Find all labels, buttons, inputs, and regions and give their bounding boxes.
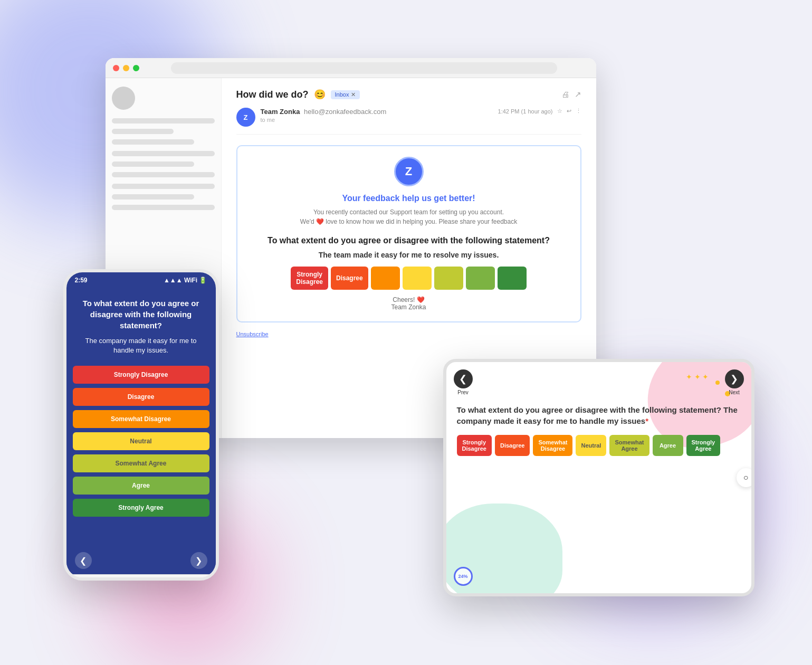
phone-prev-button[interactable]: ❮ bbox=[75, 552, 92, 569]
tablet-scale-somewhat-agree[interactable]: SomewhatAgree bbox=[609, 435, 649, 456]
phone-content: To what extent do you agree or disagree … bbox=[66, 287, 216, 574]
sidebar-line-2 bbox=[112, 129, 174, 134]
email-badge: Inbox ✕ bbox=[331, 90, 360, 99]
phone-browser-aa: AA bbox=[72, 580, 79, 581]
survey-question: To what extent do you agree or disagree … bbox=[248, 235, 570, 246]
tablet-scale-row: StronglyDisagree Disagree SomewhatDisagr… bbox=[457, 435, 741, 456]
sidebar-line-8 bbox=[112, 194, 194, 200]
tablet-side-button[interactable]: ○ bbox=[737, 468, 754, 487]
more-icon[interactable]: ⋮ bbox=[576, 108, 581, 115]
tablet-prev-button[interactable]: ❮ bbox=[454, 369, 473, 388]
sidebar-line-5 bbox=[112, 162, 194, 167]
scene: How did we do? 😊 Inbox ✕ 🖨 ↗ Z bbox=[63, 42, 749, 623]
star-icon[interactable]: ☆ bbox=[557, 108, 562, 115]
window-dot-yellow[interactable] bbox=[123, 65, 129, 71]
badge-close-icon[interactable]: ✕ bbox=[351, 91, 356, 98]
email-subject: How did we do? bbox=[236, 89, 309, 100]
window-titlebar bbox=[106, 58, 596, 78]
external-link-icon[interactable]: ↗ bbox=[575, 90, 581, 99]
sender-info: Team Zonka hello@zonkafeedback.com to me bbox=[261, 108, 493, 123]
sidebar-line-1 bbox=[112, 118, 215, 124]
phone-option-agree[interactable]: Agree bbox=[73, 477, 209, 495]
email-meta: 1:42 PM (1 hour ago) ☆ ↩ ⋮ bbox=[498, 108, 581, 115]
phone-option-strongly-disagree[interactable]: Strongly Disagree bbox=[73, 366, 209, 384]
phone-question: To what extent do you agree or disagree … bbox=[66, 287, 216, 336]
tablet-progress-area: 24% bbox=[454, 567, 473, 586]
star-decoration: ✦ ✦ ✦ bbox=[686, 373, 709, 381]
tablet-prev-area: ❮ Prev bbox=[454, 369, 473, 395]
scale-btn-disagree[interactable]: Disagree bbox=[331, 267, 368, 290]
zonka-logo: Z bbox=[394, 157, 424, 186]
lock-icon: 🔒 bbox=[82, 580, 89, 581]
tablet-scale-somewhat-disagree[interactable]: SomewhatDisagree bbox=[533, 435, 572, 456]
mobile-phone: 2:59 ▲▲▲ WiFi 🔋 To what extent do you ag… bbox=[63, 269, 219, 581]
sender-email: hello@zonkafeedback.com bbox=[304, 108, 386, 116]
window-dot-green[interactable] bbox=[133, 65, 139, 71]
phone-option-neutral[interactable]: Neutral bbox=[73, 432, 209, 450]
tablet-inner: ✦ ✦ ✦ ❮ Prev ❯ Next To what extent do yo… bbox=[446, 362, 751, 593]
phone-option-somewhat-agree[interactable]: Somewhat Agree bbox=[73, 454, 209, 472]
tablet: ✦ ✦ ✦ ❮ Prev ❯ Next To what extent do yo… bbox=[443, 359, 754, 596]
tablet-prev-label: Prev bbox=[454, 390, 473, 395]
tablet-scale-strongly-agree[interactable]: StronglyAgree bbox=[686, 435, 721, 456]
survey-card: Z Your feedback help us get better! You … bbox=[236, 145, 581, 322]
scale-btn-strongly-agree[interactable] bbox=[498, 267, 527, 290]
phone-next-button[interactable]: ❯ bbox=[190, 552, 207, 569]
phone-options: Strongly Disagree Disagree Somewhat Disa… bbox=[66, 366, 216, 547]
tablet-content: To what extent do you agree or disagree … bbox=[457, 404, 741, 456]
sidebar-avatar bbox=[112, 87, 135, 110]
reply-icon[interactable]: ↩ bbox=[567, 108, 571, 115]
sidebar-line-7 bbox=[112, 184, 215, 189]
phone-status-bar: 2:59 ▲▲▲ WiFi 🔋 bbox=[66, 272, 216, 287]
phone-option-strongly-agree[interactable]: Strongly Agree bbox=[73, 499, 209, 517]
sidebar-line-4 bbox=[112, 151, 215, 156]
tablet-scale-strongly-disagree[interactable]: StronglyDisagree bbox=[457, 435, 492, 456]
print-icon[interactable]: 🖨 bbox=[561, 90, 569, 99]
tablet-scale-neutral[interactable]: Neutral bbox=[576, 435, 606, 456]
scale-btn-strongly-disagree[interactable]: StronglyDisagree bbox=[291, 267, 328, 290]
email-header-row: Z Team Zonka hello@zonkafeedback.com to … bbox=[236, 108, 581, 135]
survey-sub-question: The team made it easy for me to resolve … bbox=[248, 251, 570, 259]
heart-icon: ❤️ bbox=[417, 296, 425, 303]
tablet-next-area: ❯ Next bbox=[725, 369, 744, 395]
scale-btn-neutral[interactable] bbox=[403, 267, 432, 290]
sidebar-line-9 bbox=[112, 205, 215, 210]
window-dot-red[interactable] bbox=[113, 65, 119, 71]
window-urlbar bbox=[171, 62, 557, 74]
scale-btn-somewhat-disagree[interactable] bbox=[371, 267, 400, 290]
sender-avatar: Z bbox=[236, 108, 255, 127]
sender-name: Team Zonka hello@zonkafeedback.com bbox=[261, 108, 493, 116]
tablet-scale-disagree[interactable]: Disagree bbox=[495, 435, 530, 456]
survey-scale-row: StronglyDisagree Disagree bbox=[248, 267, 570, 290]
sidebar-line-3 bbox=[112, 139, 194, 145]
phone-option-disagree[interactable]: Disagree bbox=[73, 388, 209, 406]
tablet-question: To what extent do you agree or disagree … bbox=[457, 404, 741, 426]
tablet-progress-circle: 24% bbox=[454, 567, 473, 586]
phone-option-somewhat-disagree[interactable]: Somewhat Disagree bbox=[73, 410, 209, 428]
unsubscribe-link[interactable]: Unsubscribe bbox=[236, 331, 269, 337]
scale-btn-agree[interactable] bbox=[466, 267, 495, 290]
phone-nav: ❮ ❯ bbox=[66, 547, 216, 574]
email-subject-emoji: 😊 bbox=[314, 89, 326, 100]
survey-title: Your feedback help us get better! bbox=[248, 194, 570, 203]
survey-footer: Cheers! ❤️ Team Zonka bbox=[248, 296, 570, 311]
tablet-required-marker: * bbox=[645, 416, 648, 425]
phone-url-box[interactable]: us1.zonka.co bbox=[92, 578, 201, 581]
phone-time: 2:59 bbox=[75, 277, 88, 284]
email-subject-bar: How did we do? 😊 Inbox ✕ 🖨 ↗ bbox=[236, 89, 581, 100]
window-dots bbox=[113, 65, 139, 71]
tablet-next-label: Next bbox=[725, 390, 744, 395]
sidebar-line-6 bbox=[112, 172, 215, 177]
survey-desc: You recently contacted our Support team … bbox=[248, 207, 570, 226]
phone-sub-question: The company made it easy for me to handl… bbox=[66, 336, 216, 366]
tablet-next-button[interactable]: ❯ bbox=[725, 369, 744, 388]
scale-btn-somewhat-agree[interactable] bbox=[434, 267, 463, 290]
phone-browser-bar: AA 🔒 us1.zonka.co ↻ bbox=[66, 574, 216, 581]
sender-to: to me bbox=[261, 117, 493, 123]
phone-status-icons: ▲▲▲ WiFi 🔋 bbox=[164, 277, 207, 284]
reload-icon[interactable]: ↻ bbox=[204, 579, 211, 581]
tablet-scale-agree[interactable]: Agree bbox=[653, 435, 683, 456]
